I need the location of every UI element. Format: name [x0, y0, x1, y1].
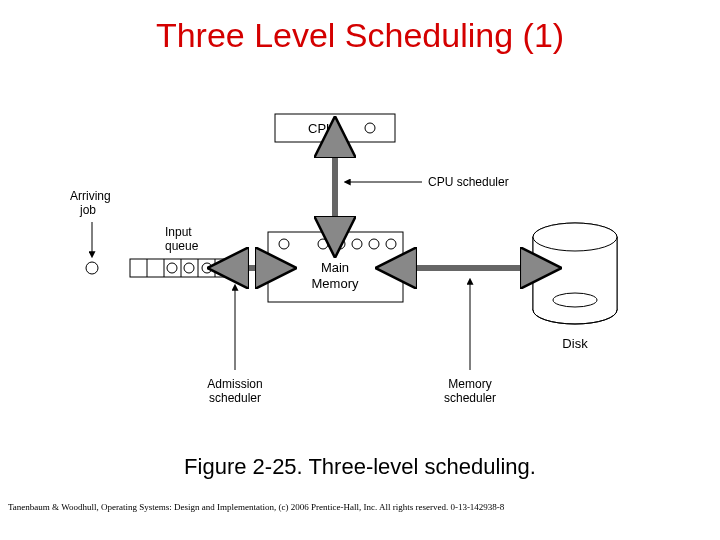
main-memory-box: Main Memory — [268, 232, 403, 302]
arriving-job: Arriving job — [70, 189, 111, 274]
admission-scheduler-label-1: Admission — [207, 377, 262, 391]
input-queue: Input queue — [130, 225, 235, 277]
disk-shape: Disk — [533, 223, 617, 351]
memory-scheduler-label-1: Memory — [448, 377, 491, 391]
main-memory-label-2: Memory — [312, 276, 359, 291]
copyright-line: Tanenbaum & Woodhull, Operating Systems:… — [8, 502, 712, 512]
input-queue-label-2: queue — [165, 239, 199, 253]
cpu-scheduler-label: CPU scheduler — [428, 175, 509, 189]
cpu-scheduler-pointer: CPU scheduler — [350, 175, 509, 189]
arriving-job-label-2: job — [79, 203, 96, 217]
admission-scheduler-pointer: Admission scheduler — [207, 290, 262, 405]
figure-caption: Figure 2-25. Three-level scheduling. — [0, 454, 720, 480]
page-title: Three Level Scheduling (1) — [0, 16, 720, 55]
svg-rect-14 — [130, 259, 235, 277]
svg-point-12 — [533, 223, 617, 251]
arriving-job-label-1: Arriving — [70, 189, 111, 203]
admission-scheduler-label-2: scheduler — [209, 391, 261, 405]
diagram: CPU Main Memory Disk — [70, 92, 650, 432]
input-queue-label-1: Input — [165, 225, 192, 239]
main-memory-label-1: Main — [321, 260, 349, 275]
memory-scheduler-pointer: Memory scheduler — [444, 284, 496, 405]
disk-label: Disk — [562, 336, 588, 351]
memory-scheduler-label-2: scheduler — [444, 391, 496, 405]
cpu-label: CPU — [308, 121, 335, 136]
svg-point-25 — [86, 262, 98, 274]
cpu-box: CPU — [275, 114, 395, 142]
